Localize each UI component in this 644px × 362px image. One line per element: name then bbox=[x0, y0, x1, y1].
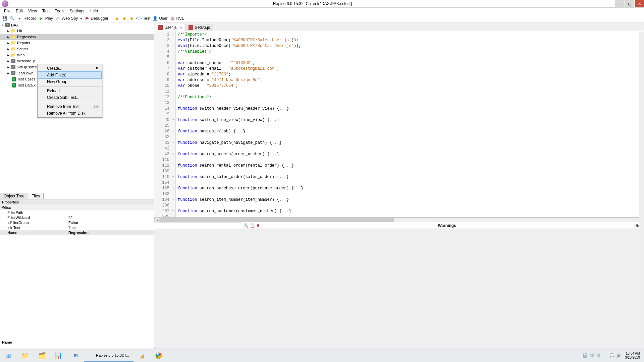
scroll-left-icon[interactable]: ◂ bbox=[155, 218, 159, 222]
cm-create[interactable]: Create...▶ bbox=[38, 65, 101, 72]
tree-item[interactable]: Scripts bbox=[17, 47, 29, 51]
block3-icon[interactable]: ◆ bbox=[129, 16, 134, 21]
menu-edit[interactable]: Edit bbox=[13, 8, 25, 14]
expand-icon[interactable]: ▸ bbox=[7, 53, 9, 57]
tree-item[interactable]: Web bbox=[17, 53, 24, 57]
props-category[interactable]: Misc bbox=[0, 205, 67, 210]
debugger-button[interactable]: ◓ Debugger bbox=[84, 16, 109, 21]
menu-view[interactable]: View bbox=[25, 8, 40, 14]
tab-user-js[interactable]: User.js ✕ bbox=[155, 24, 185, 31]
copy-icon[interactable]: 📋 bbox=[250, 223, 255, 228]
js-file-icon bbox=[189, 25, 193, 30]
file-tree[interactable]: ▾ ✓ DAX ▫ ▸📁Lib ▸📁Regression ▸📁Reports ▸… bbox=[0, 22, 154, 192]
rvl-button[interactable]: ▦ RVL bbox=[170, 16, 184, 21]
expand-icon[interactable]: ▸ bbox=[7, 47, 9, 51]
tree-item[interactable]: Lib bbox=[17, 29, 22, 33]
webspy-button[interactable]: ◎ Web Spy bbox=[55, 16, 78, 21]
close-button[interactable]: ✕ bbox=[635, 0, 644, 7]
menubar: File Edit View Test Tools Settings Help bbox=[0, 8, 644, 14]
cm-add-files[interactable]: Add File(s)... bbox=[38, 72, 101, 78]
expand-icon[interactable]: ▸ bbox=[7, 41, 9, 45]
output-area[interactable] bbox=[154, 229, 644, 347]
start-button[interactable]: ⊞ bbox=[0, 349, 17, 362]
cm-new-group[interactable]: New Group... bbox=[38, 78, 101, 85]
test-button[interactable]: </> Test bbox=[136, 16, 150, 21]
editor-hscrollbar[interactable]: ◂ ▸ bbox=[154, 218, 644, 222]
editor-tabs: User.js ✕ SetUp.js bbox=[154, 22, 644, 31]
chrome-icon[interactable] bbox=[150, 349, 167, 362]
tab-setup-js[interactable]: SetUp.js bbox=[185, 24, 213, 31]
code-content[interactable]: /**Imports*/ eval(File.IncludeOnce('%WOR… bbox=[176, 31, 644, 217]
clock[interactable]: 10:34 AM 3/28/2019 bbox=[623, 352, 642, 360]
block1-icon[interactable]: ◆ bbox=[114, 16, 119, 21]
tab-object-tree[interactable]: Object Tree bbox=[0, 193, 28, 199]
menu-test[interactable]: Test bbox=[40, 8, 52, 14]
cm-remove-all[interactable]: Remove All from Disk bbox=[38, 110, 101, 117]
tree-tabs: Object Tree Files bbox=[0, 192, 154, 199]
code-editor[interactable]: 1234567891011121314192025263233424311011… bbox=[154, 31, 644, 218]
expand-icon[interactable]: ▸ bbox=[7, 59, 9, 63]
tray-icon[interactable]: 🔄 bbox=[583, 353, 588, 358]
tree-item[interactable]: TearDown. bbox=[17, 71, 35, 75]
tray-flag-icon[interactable]: 🏳️ bbox=[603, 353, 608, 358]
js-file-icon: ✓ bbox=[11, 59, 15, 63]
find-icon[interactable]: 🔍 bbox=[9, 16, 15, 21]
search-icon[interactable]: 🔍 bbox=[244, 223, 249, 228]
rapise-taskbar[interactable]: Rapise 6.0.15.32 [... bbox=[84, 349, 133, 362]
chart-icon[interactable]: 📊 bbox=[50, 349, 67, 362]
find-input[interactable] bbox=[155, 223, 242, 228]
menu-help[interactable]: Help bbox=[87, 8, 101, 14]
block2-icon[interactable]: ◆ bbox=[121, 16, 127, 21]
play-button[interactable]: ▶ Play bbox=[39, 16, 53, 21]
tree-item[interactable]: Test Cases bbox=[17, 77, 35, 81]
tray-shield2-icon[interactable]: 🛡️ bbox=[596, 353, 601, 358]
vscode-icon[interactable]: ≋ bbox=[67, 349, 84, 362]
record-icon: ● bbox=[17, 16, 22, 21]
folder-icon: 📁 bbox=[11, 35, 16, 39]
tree-item[interactable]: Reports bbox=[17, 41, 30, 45]
properties-header: Properties bbox=[0, 199, 154, 205]
right-pane: User.js ✕ SetUp.js 123456789101112131419… bbox=[154, 22, 644, 359]
clear-icon[interactable]: ✖ bbox=[256, 223, 260, 228]
cm-remove-from-test[interactable]: Remove from TestDel bbox=[38, 103, 101, 110]
menu-tools[interactable]: Tools bbox=[52, 8, 67, 14]
folder-icon: 📁 bbox=[11, 53, 16, 57]
close-tab-icon[interactable]: ✕ bbox=[179, 26, 182, 29]
user-button[interactable]: 👤 User bbox=[152, 16, 167, 21]
cm-create-subtest[interactable]: Create Sub-Test... bbox=[38, 94, 101, 101]
menu-settings[interactable]: Settings bbox=[67, 8, 87, 14]
folder-icon[interactable]: 🗂️ bbox=[34, 349, 50, 362]
chevron-right-icon: ▶ bbox=[96, 66, 99, 69]
expand-icon[interactable]: ▸ bbox=[7, 29, 9, 33]
collapse-icon[interactable]: ◢ bbox=[1, 205, 3, 208]
window-vscrollbar[interactable] bbox=[639, 32, 644, 344]
collapse-icon[interactable]: ▾ bbox=[2, 23, 4, 27]
expand-icon[interactable]: ▸ bbox=[7, 35, 9, 39]
save-icon[interactable]: 💾 bbox=[2, 16, 7, 21]
menu-file[interactable]: File bbox=[1, 8, 13, 14]
tree-item[interactable]: SetUp.sstest bbox=[17, 65, 38, 69]
separator bbox=[39, 86, 101, 86]
app4-icon[interactable]: ◢ bbox=[133, 349, 150, 362]
tab-files[interactable]: Files bbox=[28, 193, 44, 199]
maximize-button[interactable]: ▢ bbox=[625, 0, 634, 7]
tray-shield-icon[interactable]: 🛡️ bbox=[590, 353, 594, 358]
explorer-icon[interactable]: 📁 bbox=[17, 349, 34, 362]
minimize-button[interactable]: — bbox=[615, 0, 625, 7]
tray-notify-icon[interactable]: 💬 bbox=[610, 353, 614, 358]
tree-item[interactable]: measure_p bbox=[17, 59, 35, 63]
tree-item[interactable]: Test Data.x bbox=[17, 83, 36, 87]
excel-icon: X bbox=[12, 83, 16, 87]
tray-sound-icon[interactable]: 🔊 bbox=[616, 353, 621, 358]
cm-reload[interactable]: Reload bbox=[38, 87, 101, 94]
js-file-icon: ✓ bbox=[11, 71, 15, 75]
record-button[interactable]: ● Record bbox=[17, 16, 37, 21]
tree-root[interactable]: DAX bbox=[11, 23, 19, 27]
scroll-thumb[interactable] bbox=[159, 218, 394, 222]
fold-column[interactable]: ++++++++++ bbox=[171, 31, 176, 217]
dropdown-icon[interactable]: ▫ bbox=[22, 23, 23, 27]
expand-icon[interactable]: ▸ bbox=[7, 65, 9, 69]
tree-item[interactable]: Regression bbox=[17, 35, 36, 39]
js-file-icon bbox=[158, 25, 163, 30]
expand-icon[interactable]: ▸ bbox=[7, 71, 9, 75]
